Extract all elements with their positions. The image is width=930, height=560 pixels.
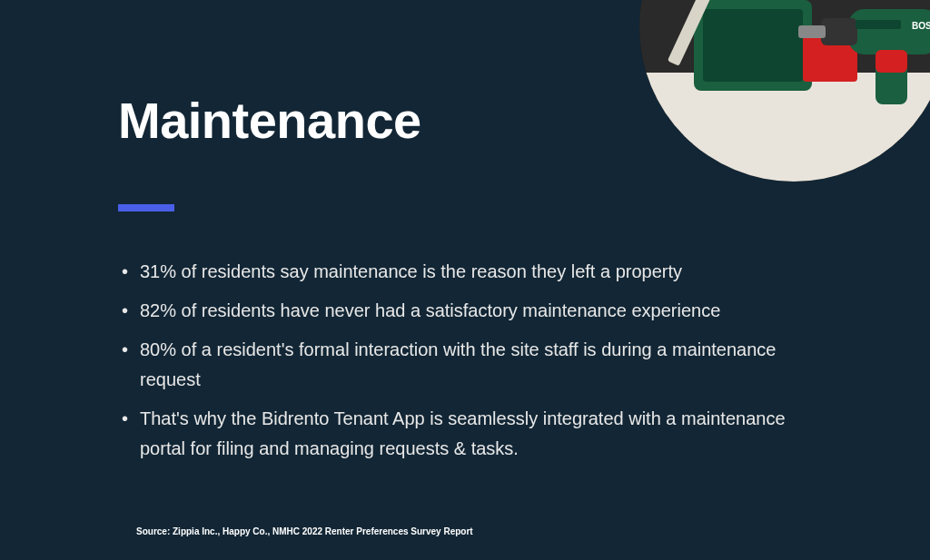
svg-rect-3 bbox=[703, 9, 803, 82]
svg-rect-9 bbox=[876, 50, 907, 73]
bullet-item: 82% of residents have never had a satisf… bbox=[118, 296, 808, 326]
svg-text:BOS: BOS bbox=[912, 21, 930, 31]
svg-rect-10 bbox=[856, 20, 901, 29]
source-citation: Source: Zippia Inc., Happy Co., NMHC 202… bbox=[136, 526, 473, 536]
svg-rect-5 bbox=[848, 9, 930, 54]
svg-rect-7 bbox=[798, 25, 826, 38]
bullet-item: 31% of residents say maintenance is the … bbox=[118, 257, 808, 287]
bullet-item: 80% of a resident's formal interaction w… bbox=[118, 335, 808, 395]
accent-bar bbox=[118, 204, 174, 211]
bullet-item: That's why the Bidrento Tenant App is se… bbox=[118, 404, 808, 464]
bullet-list: 31% of residents say maintenance is the … bbox=[118, 257, 808, 464]
svg-rect-6 bbox=[821, 18, 857, 45]
slide-title: Maintenance bbox=[118, 91, 808, 150]
